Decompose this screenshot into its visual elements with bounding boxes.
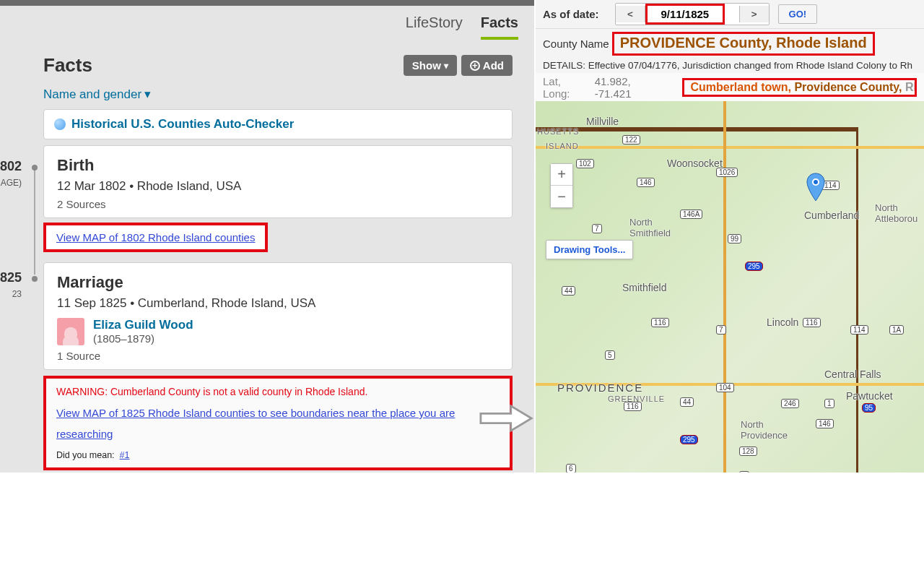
- arrow-icon: [479, 405, 534, 434]
- map-pin-icon: [806, 172, 826, 204]
- svg-point-1: [814, 180, 818, 184]
- birth-maplink-box: View MAP of 1802 Rhode Island counties: [43, 223, 268, 252]
- globe-icon: [54, 118, 66, 130]
- birth-card[interactable]: Birth 12 Mar 1802 • Rhode Island, USA 2 …: [43, 145, 513, 218]
- details-row: DETAILS: Effective 07/04/1776, Jurisdict…: [536, 59, 924, 73]
- county-label: County Name: [543, 38, 609, 50]
- chevron-down-icon: ▾: [144, 87, 151, 102]
- zoom-control: + −: [550, 163, 573, 208]
- date-prev-button[interactable]: <: [616, 6, 645, 22]
- latlong-label: Lat, Long:: [543, 75, 588, 100]
- marriage-sources: 1 Source: [57, 350, 499, 362]
- map[interactable]: Millville Woonsocket Cumberland North At…: [536, 101, 924, 473]
- name-gender-collapser[interactable]: Name and gender ▾: [43, 87, 151, 109]
- birth-detail: 12 Mar 1802 • Rhode Island, USA: [57, 179, 499, 194]
- drawing-tools-button[interactable]: Drawing Tools...: [546, 240, 633, 259]
- place-name: Cumberland town, Providence County, Rh: [682, 78, 917, 97]
- date-next-button[interactable]: >: [739, 6, 769, 22]
- spouse-avatar: [57, 318, 84, 345]
- birth-title: Birth: [57, 156, 499, 175]
- latlong-value: 41.982, -71.421: [595, 75, 667, 100]
- asof-label: As of date:: [543, 8, 615, 20]
- tab-facts[interactable]: Facts: [481, 14, 518, 40]
- tab-lifestory[interactable]: LifeStory: [406, 14, 463, 40]
- chevron-down-icon: ▾: [444, 61, 448, 71]
- warning-text: WARNING: Cumberland County is not a vali…: [56, 386, 500, 397]
- show-button[interactable]: Show ▾: [404, 55, 457, 76]
- marriage-card[interactable]: Marriage 11 Sep 1825 • Cumberland, Rhode…: [43, 262, 513, 370]
- marriage-title: Marriage: [57, 273, 499, 292]
- didyoumean-link[interactable]: #1: [120, 450, 130, 460]
- birth-sources: 2 Sources: [57, 198, 499, 210]
- warning-box: WARNING: Cumberland County is not a vali…: [43, 376, 513, 470]
- spouse-dates: (1805–1879): [93, 332, 193, 345]
- go-button[interactable]: GO!: [778, 4, 818, 24]
- zoom-out-button[interactable]: −: [551, 186, 572, 207]
- add-button[interactable]: + Add: [461, 55, 513, 76]
- facts-title: Facts: [43, 54, 92, 77]
- spouse-link[interactable]: Eliza Guild Wood: [93, 318, 193, 332]
- county-name: PROVIDENCE County, Rhode Island: [612, 32, 875, 56]
- warning-map-link[interactable]: View MAP of 1825 Rhode Island counties t…: [56, 407, 455, 440]
- timeline-year-1802: 802AGE): [0, 159, 22, 189]
- plus-icon: +: [470, 61, 480, 71]
- timeline-year-1825: 82523: [0, 270, 22, 301]
- birth-map-link[interactable]: View MAP of 1802 Rhode Island counties: [56, 231, 255, 243]
- autochecker-card[interactable]: Historical U.S. Counties Auto-Checker: [43, 109, 513, 139]
- marriage-detail: 11 Sep 1825 • Cumberland, Rhode Island, …: [57, 296, 499, 311]
- asof-date-input[interactable]: [645, 4, 725, 25]
- zoom-in-button[interactable]: +: [551, 164, 572, 186]
